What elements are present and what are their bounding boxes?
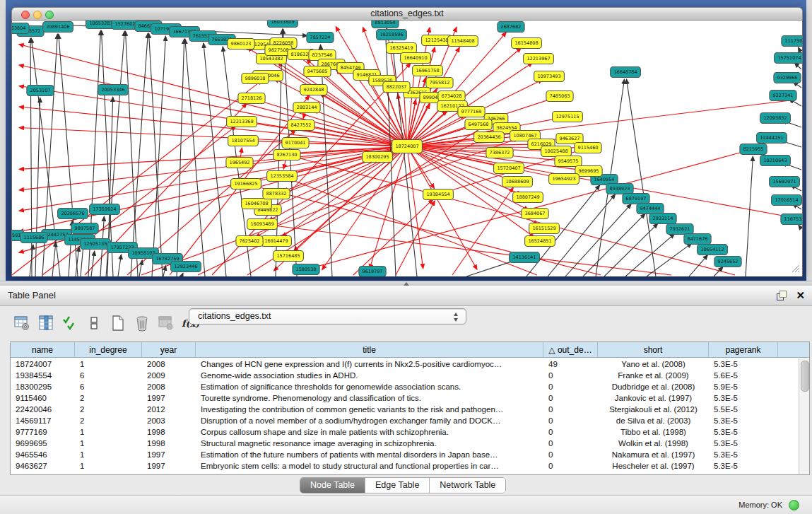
graph-node[interactable]: 16093489 bbox=[247, 219, 278, 230]
graph-node[interactable]: 7955812 bbox=[426, 78, 453, 88]
table-cell-name[interactable]: 22420046 bbox=[11, 404, 75, 415]
graph-node[interactable]: 1117304 bbox=[782, 36, 802, 47]
column-header-in_degree[interactable]: in_degree bbox=[75, 342, 142, 358]
table-row[interactable]: 1830029562008Estimation of significance … bbox=[11, 381, 799, 392]
tab-node-table[interactable]: Node Table bbox=[300, 478, 365, 493]
graph-node[interactable]: 9777169 bbox=[458, 107, 485, 117]
minimize-window-button[interactable] bbox=[33, 11, 42, 19]
table-cell-name[interactable]: 9699695 bbox=[11, 438, 75, 449]
table-cell-pagerank[interactable]: 5.3E-5 bbox=[709, 449, 778, 460]
table-cell-year[interactable]: 2009 bbox=[142, 370, 196, 381]
graph-node[interactable]: 11548408 bbox=[448, 36, 478, 47]
column-header-year[interactable]: year bbox=[142, 342, 196, 358]
graph-node[interactable]: 6879197 bbox=[623, 194, 649, 204]
graph-node[interactable]: 19218596 bbox=[377, 30, 407, 40]
graph-node[interactable]: 7625402 bbox=[236, 236, 263, 247]
graph-node[interactable]: 12353584 bbox=[267, 171, 298, 182]
table-cell-name[interactable]: 9777169 bbox=[11, 426, 75, 438]
table-cell-year[interactable]: 2008 bbox=[142, 381, 196, 392]
graph-node[interactable]: 1167532 bbox=[781, 214, 802, 225]
zoom-window-button[interactable] bbox=[45, 11, 54, 19]
table-cell-name[interactable]: 9463627 bbox=[11, 460, 75, 472]
table-row[interactable]: 946554611997Estimation of the future num… bbox=[11, 449, 799, 460]
table-cell-short[interactable]: Dudbridge et al. (2008) bbox=[598, 381, 709, 392]
table-row[interactable]: 2242004622012Investigating the contribut… bbox=[11, 404, 799, 415]
float-panel-icon[interactable] bbox=[777, 291, 787, 300]
graph-node[interactable]: 18724007 bbox=[392, 140, 423, 153]
table-cell-out_degree[interactable]: 0 bbox=[543, 392, 598, 404]
graph-node[interactable]: 7932621 bbox=[666, 224, 693, 235]
table-scrollbar[interactable] bbox=[799, 358, 809, 474]
graph-node[interactable]: 1663804 bbox=[12, 23, 29, 34]
table-cell-short[interactable]: Yano et al. (2008) bbox=[598, 358, 709, 370]
graph-node[interactable]: 15720407 bbox=[494, 163, 524, 174]
graph-node[interactable]: 2053107 bbox=[27, 86, 54, 96]
table-cell-title[interactable]: Tourette syndrome. Phenomenology and cla… bbox=[196, 392, 543, 404]
graph-node[interactable]: 7485063 bbox=[546, 91, 573, 102]
table-cell-out_degree[interactable]: 0 bbox=[543, 449, 598, 460]
graph-node[interactable]: 8822037 bbox=[383, 82, 410, 93]
select-column-icon[interactable] bbox=[37, 314, 55, 332]
table-cell-in_degree[interactable]: 2 bbox=[75, 404, 142, 415]
graph-node[interactable]: 8938923 bbox=[606, 184, 633, 194]
graph-node[interactable]: 9549575 bbox=[555, 156, 582, 167]
graph-node[interactable]: 15692971 bbox=[770, 177, 800, 187]
table-cell-in_degree[interactable]: 2 bbox=[75, 392, 142, 404]
graph-node[interactable]: 9896018 bbox=[242, 74, 269, 84]
table-cell-name[interactable]: 9115460 bbox=[11, 392, 75, 404]
table-cell-pagerank[interactable]: 5.3E-5 bbox=[709, 415, 778, 426]
row-boxes-icon[interactable] bbox=[85, 314, 103, 332]
graph-node[interactable]: 1965492 bbox=[226, 158, 253, 168]
table-cell-year[interactable]: 1997 bbox=[142, 449, 196, 460]
table-cell-in_degree[interactable]: 2 bbox=[75, 415, 142, 426]
graph-node[interactable]: 8471676 bbox=[684, 234, 711, 245]
graph-node[interactable]: 16325419 bbox=[387, 43, 417, 54]
tab-network-table[interactable]: Network Table bbox=[429, 478, 505, 493]
graph-node[interactable]: 12923446 bbox=[171, 262, 201, 272]
graph-node[interactable]: 9242848 bbox=[300, 85, 327, 95]
table-cell-pagerank[interactable]: 5.6E-5 bbox=[709, 370, 778, 381]
table-cell-in_degree[interactable]: 1 bbox=[75, 426, 142, 438]
table-cell-out_degree[interactable]: 0 bbox=[543, 404, 598, 415]
graph-node[interactable]: 17359924 bbox=[90, 204, 120, 215]
table-cell-year[interactable]: 1997 bbox=[142, 392, 196, 404]
table-cell-year[interactable]: 1998 bbox=[142, 438, 196, 449]
table-cell-out_degree[interactable]: 0 bbox=[543, 381, 598, 392]
graph-node[interactable]: 8813054 bbox=[372, 21, 399, 28]
table-cell-short[interactable]: Stergiakouli et al. (2012) bbox=[598, 404, 709, 415]
graph-node[interactable]: 9475685 bbox=[304, 66, 331, 77]
column-header-title[interactable]: title bbox=[196, 342, 543, 358]
table-cell-in_degree[interactable]: 6 bbox=[75, 370, 142, 381]
memory-ok-indicator-icon[interactable] bbox=[789, 500, 799, 510]
graph-node[interactable]: 1580538 bbox=[293, 264, 319, 275]
table-row[interactable]: 946362711997Embryonic stem cells: a mode… bbox=[11, 460, 799, 472]
graph-node[interactable]: 10688609 bbox=[502, 177, 533, 187]
graph-node[interactable]: 16046708 bbox=[242, 199, 272, 209]
table-cell-short[interactable]: Franke et al. (2009) bbox=[598, 370, 709, 381]
column-header-name[interactable]: name bbox=[11, 342, 75, 358]
table-cell-title[interactable]: Genome-wide association studies in ADHD. bbox=[196, 370, 543, 381]
graph-node[interactable]: 20364436 bbox=[474, 132, 505, 143]
graph-node[interactable]: 7386372 bbox=[486, 148, 513, 158]
graph-node[interactable]: 6497568 bbox=[465, 119, 492, 130]
column-header-short[interactable]: short bbox=[598, 342, 709, 358]
graph-node[interactable]: 1115686 bbox=[20, 233, 47, 243]
table-cell-title[interactable]: Changes of HCN gene expression and I(f) … bbox=[196, 358, 543, 370]
network-canvas[interactable]: 9405572208914061065328715276028466160107… bbox=[11, 21, 803, 276]
table-cell-title[interactable]: Structural magnetic resonance image aver… bbox=[196, 438, 543, 449]
graph-node[interactable]: 12444151 bbox=[757, 133, 787, 144]
graph-node[interactable]: 2933114 bbox=[649, 214, 676, 224]
graph-node[interactable]: 2718126 bbox=[238, 93, 265, 104]
graph-node[interactable]: 6734028 bbox=[438, 91, 465, 102]
graph-node[interactable]: 9170041 bbox=[282, 138, 309, 148]
table-cell-short[interactable]: Hescheler et al. (1997) bbox=[598, 460, 709, 472]
graph-node[interactable]: 15751074 bbox=[775, 53, 802, 64]
table-row[interactable]: 911546021997Tourette syndrome. Phenomeno… bbox=[11, 392, 799, 404]
graph-node[interactable]: 2803144 bbox=[293, 103, 320, 113]
graph-node[interactable]: 12975115 bbox=[553, 112, 583, 122]
graph-node[interactable]: 12213369 bbox=[227, 117, 257, 127]
graph-node[interactable]: 2687682 bbox=[498, 22, 524, 33]
graph-node[interactable]: 10973493 bbox=[534, 71, 565, 82]
scrollbar-thumb[interactable] bbox=[801, 361, 809, 392]
column-header-pagerank[interactable]: pagerank bbox=[709, 342, 778, 358]
